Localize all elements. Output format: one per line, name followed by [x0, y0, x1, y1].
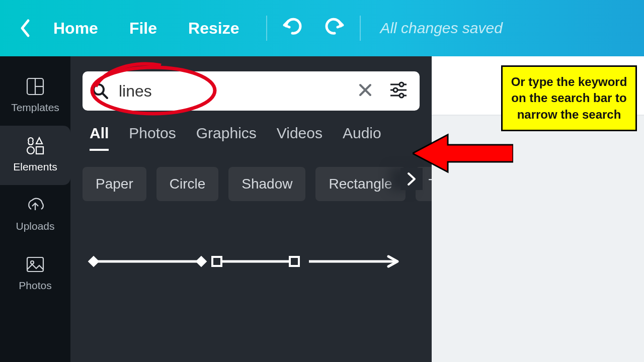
- close-icon: [358, 83, 372, 97]
- toolbar-divider: [266, 16, 267, 41]
- search-icon: [92, 82, 109, 100]
- top-toolbar: Home File Resize All changes saved: [0, 0, 644, 56]
- sliders-icon: [389, 81, 408, 99]
- undo-button[interactable]: [281, 17, 303, 39]
- annotation-callout: Or type the keyword on the search bar to…: [501, 65, 637, 131]
- home-button[interactable]: Home: [40, 19, 111, 38]
- filter-tabs: All Photos Graphics Videos Audio: [83, 111, 420, 157]
- sidebar-item-uploads[interactable]: Uploads: [0, 185, 70, 244]
- sidebar-label: Elements: [13, 161, 57, 173]
- sidebar-item-photos[interactable]: Photos: [0, 244, 70, 304]
- svg-rect-17: [88, 256, 100, 267]
- chip-paper[interactable]: Paper: [83, 167, 146, 201]
- clear-search-button[interactable]: [354, 80, 376, 102]
- resize-button[interactable]: Resize: [175, 19, 252, 38]
- tab-graphics[interactable]: Graphics: [196, 125, 257, 151]
- svg-rect-20: [212, 257, 221, 266]
- line-element-result[interactable]: [83, 246, 420, 277]
- svg-rect-5: [27, 257, 43, 272]
- chevron-left-icon: [19, 19, 31, 38]
- filter-button[interactable]: [386, 81, 411, 101]
- elements-icon: [25, 136, 45, 156]
- left-sidebar: Templates Elements Uploads Photos: [0, 56, 70, 362]
- svg-point-6: [31, 261, 34, 264]
- svg-point-3: [27, 147, 34, 154]
- elements-panel: All Photos Graphics Videos Audio Paper C…: [70, 56, 432, 362]
- sidebar-item-elements[interactable]: Elements: [0, 126, 70, 185]
- redo-button[interactable]: [324, 17, 346, 39]
- chip-shadow[interactable]: Shadow: [228, 167, 305, 201]
- svg-point-16: [399, 94, 404, 98]
- sidebar-label: Templates: [11, 102, 59, 114]
- chip-rectangle[interactable]: Rectangle: [315, 167, 405, 201]
- toolbar-divider: [360, 16, 361, 41]
- chip-circle[interactable]: Circle: [156, 167, 219, 201]
- svg-rect-4: [36, 147, 43, 154]
- annotation-arrow: [413, 131, 513, 176]
- sidebar-label: Photos: [19, 280, 51, 292]
- file-menu[interactable]: File: [116, 19, 170, 38]
- photos-icon: [25, 254, 45, 275]
- svg-line-8: [103, 94, 107, 98]
- undo-icon: [281, 17, 303, 35]
- templates-icon: [25, 76, 45, 97]
- svg-rect-22: [290, 257, 299, 266]
- tab-videos[interactable]: Videos: [277, 125, 323, 151]
- save-status: All changes saved: [380, 20, 503, 37]
- svg-rect-19: [196, 256, 207, 267]
- svg-marker-25: [413, 135, 513, 172]
- search-bar[interactable]: [83, 71, 420, 111]
- tab-photos[interactable]: Photos: [129, 125, 176, 151]
- suggestion-chips: Paper Circle Shadow Rectangle Ta: [83, 157, 420, 201]
- svg-point-14: [393, 88, 397, 92]
- line-shape-icon: [88, 251, 410, 272]
- tab-audio[interactable]: Audio: [343, 125, 381, 151]
- redo-icon: [324, 17, 346, 35]
- svg-point-12: [399, 82, 404, 86]
- search-input[interactable]: [119, 82, 344, 101]
- tab-all[interactable]: All: [90, 125, 109, 151]
- sidebar-item-templates[interactable]: Templates: [0, 66, 70, 126]
- uploads-icon: [25, 195, 45, 215]
- back-button[interactable]: [15, 19, 35, 38]
- sidebar-label: Uploads: [16, 220, 54, 232]
